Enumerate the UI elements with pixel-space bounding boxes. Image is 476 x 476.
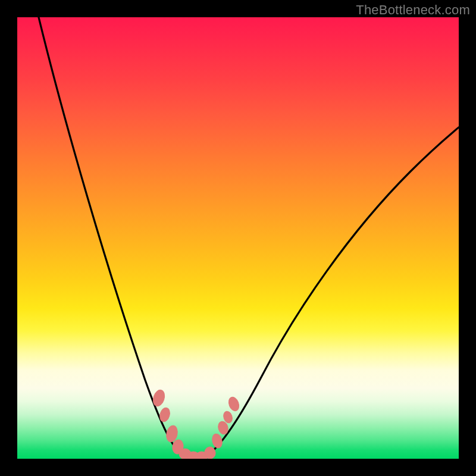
chart-frame: TheBottleneck.com	[0, 0, 476, 476]
bottleneck-curve	[39, 17, 459, 457]
svg-point-11	[227, 396, 240, 412]
svg-point-8	[211, 433, 223, 449]
marker-group	[151, 389, 241, 459]
plot-area	[17, 17, 459, 459]
curve-layer	[17, 17, 459, 459]
watermark-text: TheBottleneck.com	[356, 2, 470, 18]
